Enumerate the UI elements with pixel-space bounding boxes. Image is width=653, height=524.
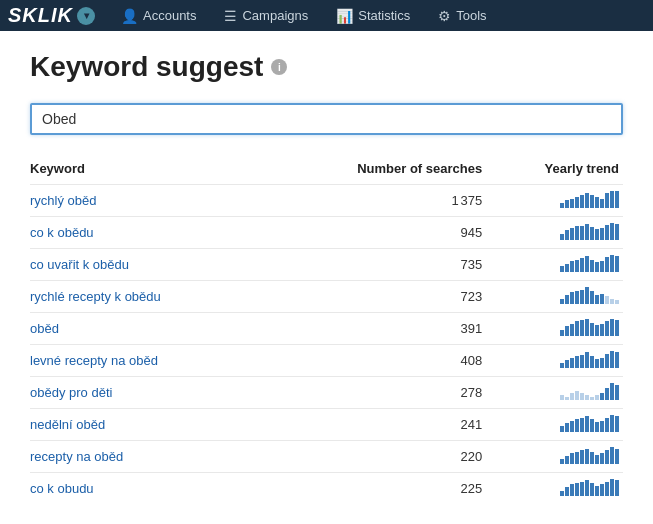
bar [570, 421, 574, 432]
nav-item-statistics[interactable]: 📊Statistics [322, 0, 424, 31]
bar [575, 321, 579, 336]
bar [565, 326, 569, 336]
bar [560, 330, 564, 336]
searches-cell: 735 [265, 249, 490, 281]
keyword-cell: nedělní oběd [30, 409, 265, 441]
bar [610, 383, 614, 400]
bar [590, 397, 594, 400]
statistics-label: Statistics [358, 8, 410, 23]
keyword-link[interactable]: co uvařit k obědu [30, 257, 129, 272]
table-row: recepty na oběd220 [30, 441, 623, 473]
mini-chart [560, 478, 619, 496]
bar [615, 480, 619, 496]
bar [615, 352, 619, 368]
trend-cell [490, 441, 623, 473]
table-row: co k obudu225 [30, 473, 623, 505]
bar [585, 449, 589, 464]
keyword-link[interactable]: rychlé recepty k obědu [30, 289, 161, 304]
header-keyword: Keyword [30, 155, 265, 185]
nav-item-tools[interactable]: ⚙Tools [424, 0, 500, 31]
keyword-link[interactable]: oběd [30, 321, 59, 336]
bar [615, 385, 619, 400]
bar [590, 356, 594, 368]
bar [580, 226, 584, 240]
keyword-cell: oběd [30, 313, 265, 345]
bar [585, 480, 589, 496]
mini-chart [560, 414, 619, 432]
nav-item-accounts[interactable]: 👤Accounts [107, 0, 210, 31]
bar [605, 354, 609, 368]
bar [560, 266, 564, 272]
searches-cell: 278 [265, 377, 490, 409]
trend-cell [490, 217, 623, 249]
bar [580, 290, 584, 304]
bar [590, 452, 594, 464]
bar [615, 449, 619, 464]
mini-chart [560, 286, 619, 304]
searches-cell: 220 [265, 441, 490, 473]
bar [590, 291, 594, 304]
bar [560, 426, 564, 432]
searches-cell: 723 [265, 281, 490, 313]
trend-cell [490, 185, 623, 217]
mini-chart [560, 350, 619, 368]
search-input[interactable] [30, 103, 623, 135]
mini-chart [560, 446, 619, 464]
nav-item-campaigns[interactable]: ☰Campaigns [210, 0, 322, 31]
keyword-cell: obědy pro děti [30, 377, 265, 409]
tools-icon: ⚙ [438, 8, 451, 24]
bar [595, 262, 599, 272]
logo: SKLIK ▾ [8, 4, 95, 27]
keyword-link[interactable]: obědy pro děti [30, 385, 112, 400]
bar [560, 299, 564, 304]
bar [585, 193, 589, 208]
bar [610, 191, 614, 208]
bar [605, 482, 609, 496]
searches-cell: 408 [265, 345, 490, 377]
page-title: Keyword suggest [30, 51, 263, 83]
bar [590, 323, 594, 336]
bar [575, 226, 579, 240]
bar [615, 256, 619, 272]
mini-chart [560, 190, 619, 208]
bar [605, 418, 609, 432]
keyword-link[interactable]: levné recepty na oběd [30, 353, 158, 368]
bar [570, 199, 574, 208]
keyword-link[interactable]: co k obudu [30, 481, 94, 496]
table-header-row: Keyword Number of searches Yearly trend [30, 155, 623, 185]
keyword-link[interactable]: recepty na oběd [30, 449, 123, 464]
bar [570, 453, 574, 464]
mini-chart [560, 382, 619, 400]
bar [595, 197, 599, 208]
campaigns-icon: ☰ [224, 8, 237, 24]
bar [575, 197, 579, 208]
bar [585, 224, 589, 240]
logo-dropdown-icon[interactable]: ▾ [77, 7, 95, 25]
trend-cell [490, 281, 623, 313]
keyword-table: Keyword Number of searches Yearly trend … [30, 155, 623, 504]
bar [615, 416, 619, 432]
bar [600, 453, 604, 464]
bar [580, 195, 584, 208]
keyword-link[interactable]: rychlý oběd [30, 193, 96, 208]
keyword-link[interactable]: nedělní oběd [30, 417, 105, 432]
bar [585, 256, 589, 272]
bar [560, 491, 564, 496]
trend-cell [490, 377, 623, 409]
bar [595, 295, 599, 304]
info-icon[interactable]: i [271, 59, 287, 75]
trend-cell [490, 409, 623, 441]
bar [605, 296, 609, 304]
bar [570, 292, 574, 304]
mini-chart [560, 222, 619, 240]
bar [585, 319, 589, 336]
bar [610, 415, 614, 432]
bar [600, 228, 604, 240]
mini-chart [560, 254, 619, 272]
top-nav: SKLIK ▾ 👤Accounts☰Campaigns📊Statistics⚙T… [0, 0, 653, 31]
bar [585, 287, 589, 304]
bar [570, 358, 574, 368]
bar [590, 195, 594, 208]
keyword-link[interactable]: co k obědu [30, 225, 94, 240]
bar [615, 191, 619, 208]
